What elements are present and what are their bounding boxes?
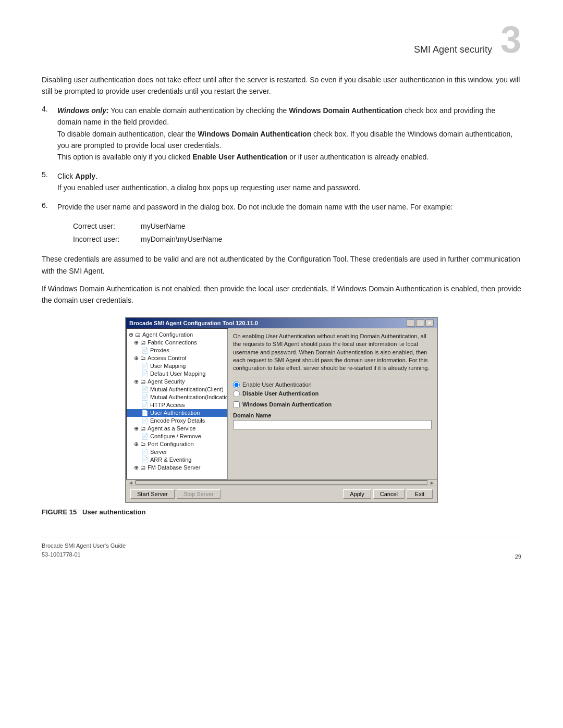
horizontal-scrollbar[interactable]: ◄ ► — [126, 479, 437, 486]
paragraph-5: These credentials are assumed to be vali… — [42, 253, 521, 277]
app-footer: Start Server Stop Server Apply Cancel Ex… — [126, 486, 437, 502]
tree-item-fabric[interactable]: ⊕ 🗂 Fabric Connections — [127, 339, 227, 347]
tree-label-port-config: Port Configuration — [148, 441, 194, 447]
tree-label-http-access: HTTP Access — [150, 402, 185, 408]
section-p1: Disabling user authentication does not t… — [42, 74, 521, 97]
radio-disable-input[interactable] — [233, 390, 240, 397]
figure-number: 15 — [69, 508, 77, 516]
tree-label-default-user-mapping: Default User Mapping — [150, 371, 205, 377]
content-panel: On enabling User Authentication without … — [228, 328, 437, 479]
exit-button[interactable]: Exit — [407, 489, 433, 499]
paragraph-1: Disabling user authentication does not t… — [42, 74, 521, 97]
tree-item-http-access[interactable]: 📄 HTTP Access — [127, 401, 227, 409]
folder-icon-agent-service: 🗂 — [140, 425, 146, 431]
titlebar-buttons: _ □ ✕ — [407, 319, 434, 327]
tree-item-user-auth[interactable]: 📄 User Authentication — [127, 409, 227, 417]
file-icon-proxies: 📄 — [141, 347, 149, 354]
footer-guide-title: Brocade SMI Agent User's Guide — [42, 541, 126, 551]
tree-item-encode-proxy[interactable]: 📄 Encode Proxy Details — [127, 417, 227, 425]
correct-label: Correct user: — [73, 220, 130, 233]
tree-label-mutual-auth-indication: Mutual Authentication(Indication — [150, 394, 228, 400]
page-footer: Brocade SMI Agent User's Guide 53-100177… — [42, 537, 521, 560]
tree-item-configure-remove[interactable]: 📄 Configure / Remove — [127, 433, 227, 440]
p2-lead: To disable domain authentication, clear … — [57, 130, 198, 138]
radio-enable-input[interactable] — [233, 381, 240, 388]
tree-item-arr-eventing[interactable]: 📄 ARR & Eventing — [127, 456, 227, 464]
p3-text2: or if user authentication is already ena… — [287, 153, 429, 161]
tree-item-mutual-auth-client[interactable]: 📄 Mutual Authentication(Client) — [127, 386, 227, 393]
cancel-button[interactable]: Cancel — [373, 489, 405, 499]
file-icon-user-mapping: 📄 — [141, 363, 149, 369]
tree-item-access-control[interactable]: ⊕ 🗂 Access Control — [127, 354, 227, 362]
folder-icon-agent-security: 🗂 — [140, 378, 146, 385]
radio-disable-label: Disable User Authentication — [242, 390, 319, 397]
file-icon-server: 📄 — [141, 449, 149, 455]
minimize-button[interactable]: _ — [407, 319, 415, 327]
footer-left-buttons: Start Server Stop Server — [130, 489, 221, 499]
tree-item-agent-service[interactable]: ⊕ 🗂 Agent as a Service — [127, 425, 227, 433]
tree-label-fm-database: FM Database Server — [148, 464, 200, 471]
item-4-lead: Windows only: — [57, 106, 109, 115]
incorrect-label: Incorrect user: — [73, 233, 130, 246]
expand-icon-agent-config: ⊕ — [129, 331, 133, 338]
footer-left: Brocade SMI Agent User's Guide 53-100177… — [42, 541, 126, 560]
figure-caption: FIGURE 15 User authentication — [42, 508, 145, 516]
tree-item-port-config[interactable]: ⊕ 🗂 Port Configuration — [127, 440, 227, 448]
start-server-button[interactable]: Start Server — [130, 489, 175, 499]
p3-bold1: Enable User Authentication — [192, 153, 287, 161]
folder-icon-port-config: 🗂 — [140, 441, 146, 447]
chapter-header: SMI Agent security 3 — [42, 21, 521, 58]
folder-icon-access: 🗂 — [140, 355, 146, 361]
item-5-para: Click Apply. — [57, 170, 521, 182]
windows-domain-label: Windows Domain Authentication — [242, 401, 332, 408]
tree-label-user-auth: User Authentication — [150, 410, 200, 416]
domain-name-input[interactable] — [233, 420, 432, 429]
correct-user-line: Correct user: myUserName — [73, 220, 521, 233]
radio-enable-label: Enable User Authentication — [242, 381, 312, 388]
tree-item-agent-security[interactable]: ⊕ 🗂 Agent Security — [127, 378, 227, 386]
item-5-bold: Apply — [75, 172, 95, 180]
tree-item-proxies[interactable]: 📄 Proxies — [127, 347, 227, 354]
tree-item-default-user-mapping[interactable]: 📄 Default User Mapping — [127, 370, 227, 378]
tree-item-user-mapping[interactable]: 📄 User Mapping — [127, 362, 227, 370]
tree-item-fm-database[interactable]: ⊕ 🗂 FM Database Server — [127, 464, 227, 472]
tree-label-agent-security: Agent Security — [148, 378, 185, 385]
close-button[interactable]: ✕ — [425, 319, 434, 327]
tree-item-server[interactable]: 📄 Server — [127, 448, 227, 456]
file-icon-mutual-auth-indication: 📄 — [141, 394, 149, 401]
app-title: Brocade SMI Agent Configuration Tool 120… — [129, 320, 258, 326]
item-6-content: Provide the user name and password in th… — [57, 201, 521, 213]
figure-caption-text: User authentication — [82, 508, 145, 516]
radio-enable[interactable]: Enable User Authentication — [233, 381, 432, 388]
divider-1 — [233, 377, 432, 377]
tree-label-agent-config: Agent Configuration — [142, 331, 193, 338]
figure-caption-spacer — [77, 508, 82, 516]
figure-container: Brocade SMI Agent Configuration Tool 120… — [42, 317, 521, 516]
chapter-number: 3 — [500, 21, 521, 58]
item-5-text: Click — [57, 172, 75, 180]
apply-button[interactable]: Apply — [343, 489, 371, 499]
footer-part-number: 53-1001778-01 — [42, 550, 126, 560]
expand-icon-port-config: ⊕ — [134, 441, 139, 448]
tree-item-mutual-auth-indication[interactable]: 📄 Mutual Authentication(Indication — [127, 393, 227, 401]
file-icon-http-access: 📄 — [141, 402, 149, 409]
folder-icon-agent-config: 🗂 — [135, 331, 141, 338]
folder-icon-fm-database: 🗂 — [140, 464, 146, 471]
file-icon-configure-remove: 📄 — [141, 433, 149, 440]
radio-disable[interactable]: Disable User Authentication — [233, 390, 432, 397]
footer-right-buttons: Apply Cancel Exit — [343, 489, 433, 499]
expand-icon-agent-security: ⊕ — [134, 378, 139, 385]
item-4-para: Windows only: You can enable domain auth… — [57, 105, 521, 128]
incorrect-value: myDomain\myUserName — [141, 233, 222, 246]
item-6-para: Provide the user name and password in th… — [57, 201, 521, 213]
tree-label-configure-remove: Configure / Remove — [150, 433, 201, 439]
tree-panel[interactable]: ⊕ 🗂 Agent Configuration ⊕ 🗂 Fabric Conne… — [126, 328, 228, 479]
item-4-content: Windows only: You can enable domain auth… — [57, 105, 521, 163]
windows-domain-checkbox-item[interactable]: Windows Domain Authentication — [233, 401, 432, 408]
stop-server-button[interactable]: Stop Server — [177, 489, 221, 499]
file-icon-mutual-auth-client: 📄 — [141, 386, 149, 393]
tree-item-agent-config[interactable]: ⊕ 🗂 Agent Configuration — [127, 331, 227, 339]
maximize-button[interactable]: □ — [416, 319, 424, 327]
windows-domain-checkbox[interactable] — [233, 401, 240, 408]
figure-label: FIGURE — [42, 508, 69, 516]
